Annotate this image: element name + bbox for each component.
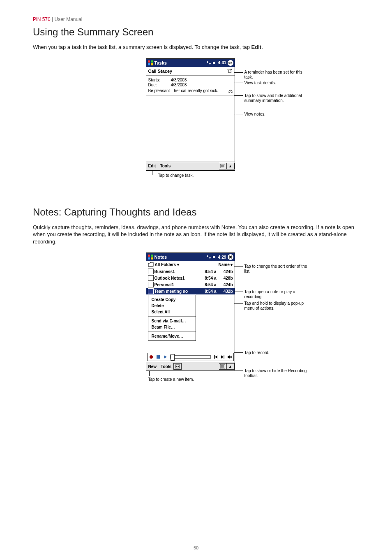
sip-up-icon[interactable]: ▲ bbox=[227, 363, 235, 370]
context-menu: Create Copy Delete Select All Send via E… bbox=[148, 295, 196, 341]
due-label: Due: bbox=[148, 83, 171, 87]
record-icon[interactable] bbox=[148, 354, 154, 360]
ok-button[interactable]: ok bbox=[228, 60, 233, 66]
callout-showhide: Tap to show or hide the Recording toolba… bbox=[244, 368, 312, 378]
recording-toolbar bbox=[147, 353, 234, 361]
callout-viewnotes: View notes. bbox=[244, 112, 312, 117]
tasks-menubar: Edit Tools ▲ bbox=[146, 162, 235, 170]
speaker-icon bbox=[212, 61, 217, 65]
svg-marker-17 bbox=[215, 355, 217, 359]
section2-title: Notes: Capturing Thoughts and Ideas bbox=[33, 206, 359, 218]
note-icon bbox=[148, 275, 154, 281]
toggle-caret-icon[interactable] bbox=[228, 90, 233, 94]
start-icon[interactable] bbox=[148, 254, 153, 260]
list-item[interactable]: Business1 8:54 a 424b bbox=[146, 268, 235, 275]
task-notes-area bbox=[146, 96, 235, 162]
tasks-subheader: Call Stacey bbox=[146, 67, 235, 76]
edit-menu[interactable]: Edit bbox=[146, 164, 158, 168]
ctx-create-copy[interactable]: Create Copy bbox=[148, 297, 196, 303]
stop-icon[interactable] bbox=[155, 354, 161, 360]
page-number: 50 bbox=[0, 545, 392, 550]
ctx-rename-move[interactable]: Rename/Move… bbox=[148, 333, 196, 339]
notes-bottom-caption: Tap to create a new item. bbox=[148, 377, 194, 382]
callout-sort: Tap to change the sort order of the list… bbox=[244, 264, 312, 274]
new-menu[interactable]: New bbox=[146, 364, 159, 369]
svg-rect-20 bbox=[224, 355, 224, 359]
svg-rect-3 bbox=[151, 63, 153, 65]
list-item[interactable]: Personal1 8:54 a 424b bbox=[146, 281, 235, 288]
ctx-delete[interactable]: Delete bbox=[148, 303, 196, 309]
close-button[interactable] bbox=[228, 254, 233, 260]
svg-marker-21 bbox=[228, 355, 230, 359]
svg-marker-4 bbox=[213, 61, 215, 65]
section1-title: Using the Summary Screen bbox=[33, 26, 359, 38]
callout-viewdetails: View task details. bbox=[244, 81, 312, 86]
playback-slider[interactable] bbox=[170, 355, 211, 359]
svg-rect-9 bbox=[148, 255, 150, 257]
svg-marker-16 bbox=[164, 355, 167, 359]
list-item-selected[interactable]: Team meeting no 8:54 a 432b bbox=[146, 288, 235, 294]
start-icon[interactable] bbox=[148, 60, 153, 66]
next-icon[interactable] bbox=[220, 354, 226, 360]
keyboard-icon[interactable] bbox=[219, 363, 227, 370]
svg-marker-19 bbox=[221, 355, 224, 359]
sip-up-icon[interactable]: ▲ bbox=[227, 163, 235, 169]
svg-rect-12 bbox=[151, 257, 153, 259]
notes-titlebar: Notes 4:29 bbox=[146, 253, 235, 261]
tasks-clock: 4:31 bbox=[218, 60, 226, 65]
connectivity-icon bbox=[206, 255, 211, 259]
svg-rect-1 bbox=[151, 60, 153, 63]
volume-icon[interactable] bbox=[227, 354, 233, 360]
tasks-figure: Tasks 4:31 ok Call Stacey bbox=[33, 58, 359, 182]
note-icon bbox=[148, 269, 154, 274]
prev-icon[interactable] bbox=[213, 354, 219, 360]
folder-dropdown[interactable]: All Folders ▾ bbox=[155, 262, 179, 267]
tools-menu[interactable]: Tools bbox=[159, 364, 173, 369]
note-icon bbox=[148, 288, 154, 294]
play-icon[interactable] bbox=[162, 354, 168, 360]
keyboard-icon[interactable] bbox=[219, 163, 227, 169]
sort-dropdown[interactable]: Name ▾ bbox=[218, 262, 233, 267]
svg-rect-18 bbox=[214, 355, 215, 359]
list-item[interactable]: Outlook Notes1 8:54 a 428b bbox=[146, 275, 235, 281]
svg-marker-13 bbox=[213, 255, 215, 259]
section1-body: When you tap a task in the task list, a … bbox=[33, 44, 359, 51]
task-note: Be pleasant—her cat recently got sick. bbox=[146, 87, 235, 96]
svg-rect-0 bbox=[148, 60, 150, 63]
tasks-bottom-caption: Tap to change task. bbox=[158, 173, 194, 178]
section2-body: Quickly capture thoughts, reminders, ide… bbox=[33, 224, 359, 246]
starts-label: Starts: bbox=[148, 78, 171, 82]
callout-toggle: Tap to show and hide additional summary … bbox=[244, 93, 312, 103]
callout-open: Tap to open a note or play a recording. bbox=[244, 290, 312, 299]
ctx-send-email[interactable]: Send via E-mail… bbox=[148, 318, 196, 324]
notes-device: Notes 4:29 All bbox=[146, 253, 235, 371]
notes-clock: 4:29 bbox=[218, 255, 226, 259]
tasks-device: Tasks 4:31 ok Call Stacey bbox=[146, 58, 235, 171]
tasks-app-title: Tasks bbox=[154, 60, 207, 65]
tools-menu[interactable]: Tools bbox=[158, 164, 173, 168]
svg-rect-2 bbox=[148, 63, 150, 65]
notes-menubar: New Tools ▲ bbox=[146, 362, 235, 371]
ctx-select-all[interactable]: Select All bbox=[148, 309, 196, 315]
note-icon bbox=[148, 282, 154, 287]
product-name: PiN 570 bbox=[33, 16, 51, 22]
svg-rect-15 bbox=[157, 355, 160, 359]
doc-label: User Manual bbox=[55, 16, 83, 22]
ctx-beam-file[interactable]: Beam File… bbox=[148, 324, 196, 330]
notes-folder-row: All Folders ▾ Name ▾ bbox=[146, 261, 235, 268]
notes-app-title: Notes bbox=[154, 255, 207, 259]
starts-value: 4/3/2003 bbox=[171, 78, 233, 82]
callout-reminder: A reminder has been set for this task. bbox=[244, 70, 312, 80]
task-dates: Starts: 4/3/2003 Due: 4/3/2003 bbox=[146, 76, 235, 87]
folder-icon bbox=[148, 262, 154, 267]
svg-rect-10 bbox=[151, 255, 153, 257]
svg-point-23 bbox=[176, 366, 178, 367]
callout-record: Tap to record. bbox=[244, 350, 312, 355]
notes-list: Business1 8:54 a 424b Outlook Notes1 8:5… bbox=[146, 268, 235, 294]
speaker-icon bbox=[212, 255, 217, 259]
recording-toggle-icon[interactable] bbox=[173, 363, 182, 370]
svg-point-24 bbox=[178, 366, 179, 367]
callout-hold: Tap and hold to display a pop-up menu of… bbox=[244, 301, 312, 311]
notes-figure: Notes 4:29 All bbox=[33, 253, 359, 380]
tasks-titlebar: Tasks 4:31 ok bbox=[146, 59, 235, 67]
